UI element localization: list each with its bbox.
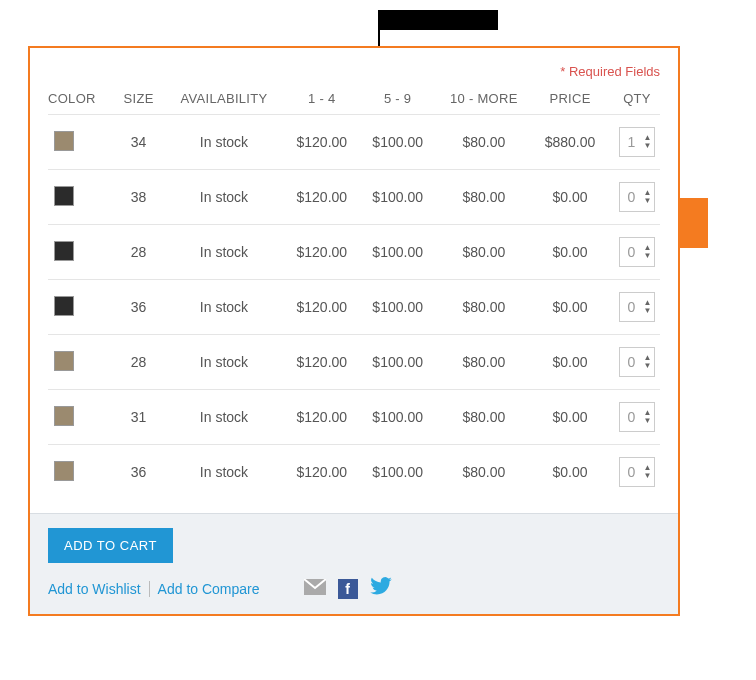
qty-down-icon[interactable]: ▼: [644, 362, 652, 370]
color-swatch[interactable]: [54, 351, 74, 371]
tier3-cell: $80.00: [436, 445, 533, 500]
color-swatch[interactable]: [54, 406, 74, 426]
table-row: 28In stock$120.00$100.00$80.00$0.000▲▼: [48, 335, 660, 390]
tier2-cell: $100.00: [360, 280, 436, 335]
tier3-cell: $80.00: [436, 170, 533, 225]
col-tier2: 5 - 9: [360, 83, 436, 115]
tier2-cell: $100.00: [360, 170, 436, 225]
col-price: PRICE: [532, 83, 608, 115]
availability-cell: In stock: [164, 335, 284, 390]
footer-bar: ADD TO CART Add to Wishlist Add to Compa…: [30, 513, 678, 614]
tier2-cell: $100.00: [360, 225, 436, 280]
availability-cell: In stock: [164, 390, 284, 445]
size-cell: 36: [113, 445, 164, 500]
size-cell: 34: [113, 115, 164, 170]
qty-down-icon[interactable]: ▼: [644, 252, 652, 260]
tier1-cell: $120.00: [284, 445, 360, 500]
tier3-cell: $80.00: [436, 225, 533, 280]
tier1-cell: $120.00: [284, 115, 360, 170]
qty-stepper[interactable]: 0▲▼: [619, 457, 656, 487]
price-cell: $0.00: [532, 280, 608, 335]
email-icon[interactable]: [304, 579, 326, 598]
size-cell: 28: [113, 335, 164, 390]
tier1-cell: $120.00: [284, 225, 360, 280]
qty-stepper[interactable]: 0▲▼: [619, 182, 656, 212]
tier1-cell: $120.00: [284, 280, 360, 335]
footer-links: Add to Wishlist Add to Compare f: [48, 577, 660, 600]
share-icons: f: [304, 577, 392, 600]
required-fields-label: * Required Fields: [48, 64, 660, 79]
price-cell: $0.00: [532, 445, 608, 500]
col-tier1: 1 - 4: [284, 83, 360, 115]
col-color: COLOR: [48, 83, 113, 115]
qty-stepper[interactable]: 0▲▼: [619, 347, 656, 377]
tier2-cell: $100.00: [360, 115, 436, 170]
qty-value: 0: [620, 409, 644, 425]
qty-stepper[interactable]: 0▲▼: [619, 402, 656, 432]
qty-stepper[interactable]: 1▲▼: [619, 127, 656, 157]
tier3-cell: $80.00: [436, 115, 533, 170]
color-swatch[interactable]: [54, 186, 74, 206]
qty-value: 1: [620, 134, 644, 150]
color-swatch[interactable]: [54, 296, 74, 316]
col-tier3: 10 - MORE: [436, 83, 533, 115]
qty-stepper[interactable]: 0▲▼: [619, 237, 656, 267]
col-qty: QTY: [608, 83, 660, 115]
qty-value: 0: [620, 189, 644, 205]
col-size: SIZE: [113, 83, 164, 115]
tier3-cell: $80.00: [436, 280, 533, 335]
qty-value: 0: [620, 464, 644, 480]
callout-tier-label: [378, 10, 498, 30]
table-row: 28In stock$120.00$100.00$80.00$0.000▲▼: [48, 225, 660, 280]
price-cell: $0.00: [532, 225, 608, 280]
size-cell: 38: [113, 170, 164, 225]
availability-cell: In stock: [164, 280, 284, 335]
tier2-cell: $100.00: [360, 335, 436, 390]
size-cell: 36: [113, 280, 164, 335]
price-cell: $0.00: [532, 390, 608, 445]
add-to-cart-button[interactable]: ADD TO CART: [48, 528, 173, 563]
divider: [149, 581, 150, 597]
tier3-cell: $80.00: [436, 390, 533, 445]
color-swatch[interactable]: [54, 461, 74, 481]
qty-down-icon[interactable]: ▼: [644, 142, 652, 150]
price-cell: $880.00: [532, 115, 608, 170]
color-swatch[interactable]: [54, 131, 74, 151]
price-cell: $0.00: [532, 335, 608, 390]
availability-cell: In stock: [164, 445, 284, 500]
add-to-wishlist-link[interactable]: Add to Wishlist: [48, 581, 141, 597]
tier3-cell: $80.00: [436, 335, 533, 390]
table-row: 36In stock$120.00$100.00$80.00$0.000▲▼: [48, 445, 660, 500]
qty-down-icon[interactable]: ▼: [644, 307, 652, 315]
qty-value: 0: [620, 244, 644, 260]
col-availability: AVAILABILITY: [164, 83, 284, 115]
tier1-cell: $120.00: [284, 390, 360, 445]
facebook-icon[interactable]: f: [338, 579, 358, 599]
tier-price-table: COLOR SIZE AVAILABILITY 1 - 4 5 - 9 10 -…: [48, 83, 660, 499]
table-row: 36In stock$120.00$100.00$80.00$0.000▲▼: [48, 280, 660, 335]
tier2-cell: $100.00: [360, 445, 436, 500]
add-to-compare-link[interactable]: Add to Compare: [158, 581, 260, 597]
qty-down-icon[interactable]: ▼: [644, 197, 652, 205]
tier1-cell: $120.00: [284, 335, 360, 390]
qty-stepper[interactable]: 0▲▼: [619, 292, 656, 322]
qty-value: 0: [620, 354, 644, 370]
qty-value: 0: [620, 299, 644, 315]
size-cell: 31: [113, 390, 164, 445]
color-swatch[interactable]: [54, 241, 74, 261]
size-cell: 28: [113, 225, 164, 280]
price-cell: $0.00: [532, 170, 608, 225]
table-row: 31In stock$120.00$100.00$80.00$0.000▲▼: [48, 390, 660, 445]
availability-cell: In stock: [164, 170, 284, 225]
qty-down-icon[interactable]: ▼: [644, 417, 652, 425]
tier1-cell: $120.00: [284, 170, 360, 225]
availability-cell: In stock: [164, 225, 284, 280]
product-tier-panel: * Required Fields COLOR SIZE AVAILABILIT…: [28, 46, 680, 616]
twitter-icon[interactable]: [370, 577, 392, 600]
table-row: 38In stock$120.00$100.00$80.00$0.000▲▼: [48, 170, 660, 225]
availability-cell: In stock: [164, 115, 284, 170]
table-row: 34In stock$120.00$100.00$80.00$880.001▲▼: [48, 115, 660, 170]
tier2-cell: $100.00: [360, 390, 436, 445]
qty-down-icon[interactable]: ▼: [644, 472, 652, 480]
